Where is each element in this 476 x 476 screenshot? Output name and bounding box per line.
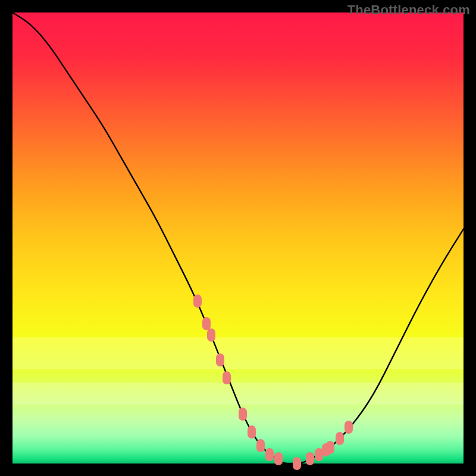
highlight-marker [306, 452, 314, 465]
highlight-marker [223, 371, 231, 384]
highlight-marker [216, 353, 224, 367]
highlight-marker [256, 439, 265, 452]
chart-frame: TheBottleneck.com [0, 0, 476, 476]
highlight-marker [207, 328, 215, 342]
highlight-marker [326, 441, 334, 454]
highlight-marker [293, 457, 301, 470]
highlight-marker [193, 295, 202, 308]
highlight-marker [239, 408, 247, 421]
watermark-text: TheBottleneck.com [347, 2, 470, 18]
highlight-marker [274, 452, 283, 465]
highlight-marker [265, 448, 274, 461]
highlight-marker [345, 421, 353, 434]
highlight-marker [248, 425, 256, 439]
bottleneck-curve [12, 12, 464, 464]
highlight-marker [336, 432, 344, 445]
plot-area [12, 12, 464, 464]
curve-svg [12, 12, 464, 464]
